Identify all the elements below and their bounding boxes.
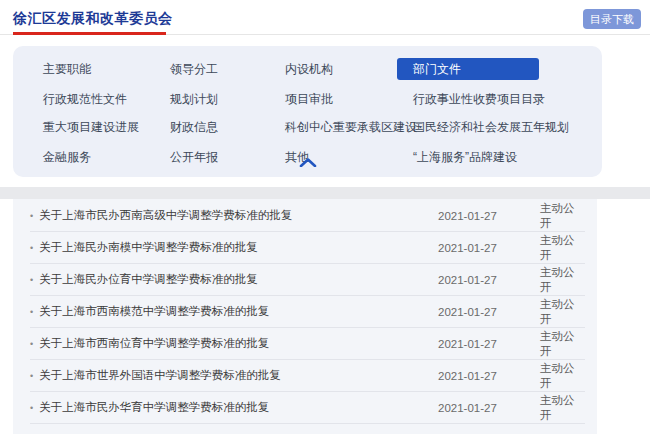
list-item: •关于上海市民办西南高级中学调整学费标准的批复2021-01-27主动公开 [30,200,585,232]
document-link[interactable]: 关于上海市世界外国语中学调整学费标准的批复 [39,368,438,383]
chevron-up-icon [299,158,317,167]
menu-item[interactable]: 主要职能 [43,62,91,77]
document-link[interactable]: 关于上海市西南位育中学调整学费标准的批复 [39,336,438,351]
document-status: 主动公开 [540,233,585,263]
list-item: •关于上海市民办华育中学调整学费标准的批复2021-01-27主动公开 [30,392,585,424]
bullet-icon: • [30,307,33,317]
menu-item[interactable]: 项目审批 [285,92,333,107]
document-link[interactable]: 关于上海市民办西南高级中学调整学费标准的批复 [39,208,438,223]
document-list-panel: •关于上海市民办西南高级中学调整学费标准的批复2021-01-27主动公开•关于… [13,199,597,434]
menu-item[interactable]: 规划计划 [170,92,218,107]
menu-item[interactable]: 领导分工 [170,62,218,77]
directory-download-button[interactable]: 目录下载 [583,9,641,29]
list-item: •关于上海市西南位育中学调整学费标准的批复2021-01-27主动公开 [30,328,585,360]
document-date: 2021-01-27 [438,242,510,254]
menu-item[interactable]: 行政规范性文件 [43,92,127,107]
document-status: 主动公开 [540,329,585,359]
menu-item[interactable]: 行政事业性收费项目目录 [413,92,581,107]
document-link[interactable]: 关于上海市西南模范中学调整学费标准的批复 [39,304,438,319]
document-link[interactable]: 关于上海市民办华育中学调整学费标准的批复 [39,400,438,415]
menu-item[interactable]: 国民经济和社会发展五年规划 [413,120,581,135]
bullet-icon: • [30,371,33,381]
document-date: 2021-01-27 [438,274,510,286]
menu-item[interactable]: 公开年报 [170,150,218,165]
list-item: •关于上海市世界外国语中学调整学费标准的批复2021-01-27主动公开 [30,360,585,392]
document-date: 2021-01-27 [438,210,510,222]
menu-item[interactable]: 重大项目建设进展 [43,120,139,135]
document-date: 2021-01-27 [438,306,510,318]
menu-item[interactable]: 金融服务 [43,150,91,165]
page: 徐汇区发展和改革委员会 目录下载 主要职能领导分工内设机构部门文件行政规范性文件… [0,0,650,434]
bullet-icon: • [30,243,33,253]
bullet-icon: • [30,339,33,349]
page-title: 徐汇区发展和改革委员会 [13,10,173,28]
bullet-icon: • [30,211,33,221]
bullet-icon: • [30,275,33,285]
menu-item[interactable]: 财政信息 [170,120,218,135]
title-underline [13,32,166,35]
list-item: •关于上海民办位育中学调整学费标准的批复2021-01-27主动公开 [30,264,585,296]
list-item: •关于上海市西南模范中学调整学费标准的批复2021-01-27主动公开 [30,296,585,328]
document-link[interactable]: 关于上海民办位育中学调整学费标准的批复 [39,272,438,287]
menu-item[interactable]: “上海服务”品牌建设 [413,150,581,165]
menu-item[interactable]: 内设机构 [285,62,333,77]
document-status: 主动公开 [540,361,585,391]
document-link[interactable]: 关于上海民办南模中学调整学费标准的批复 [39,240,438,255]
menu-item[interactable]: 科创中心重要承载区建设 [285,120,417,135]
document-status: 主动公开 [540,265,585,295]
document-status: 主动公开 [540,393,585,423]
menu-collapse-button[interactable] [299,158,317,167]
document-status: 主动公开 [540,297,585,327]
document-date: 2021-01-27 [438,338,510,350]
section-separator [0,187,650,199]
bullet-icon: • [30,403,33,413]
menu-item[interactable]: 部门文件 [397,58,539,80]
document-date: 2021-01-27 [438,402,510,414]
category-menu-panel: 主要职能领导分工内设机构部门文件行政规范性文件规划计划项目审批行政事业性收费项目… [13,46,602,177]
document-status: 主动公开 [540,201,585,231]
document-date: 2021-01-27 [438,370,510,382]
list-item: •关于上海民办南模中学调整学费标准的批复2021-01-27主动公开 [30,232,585,264]
